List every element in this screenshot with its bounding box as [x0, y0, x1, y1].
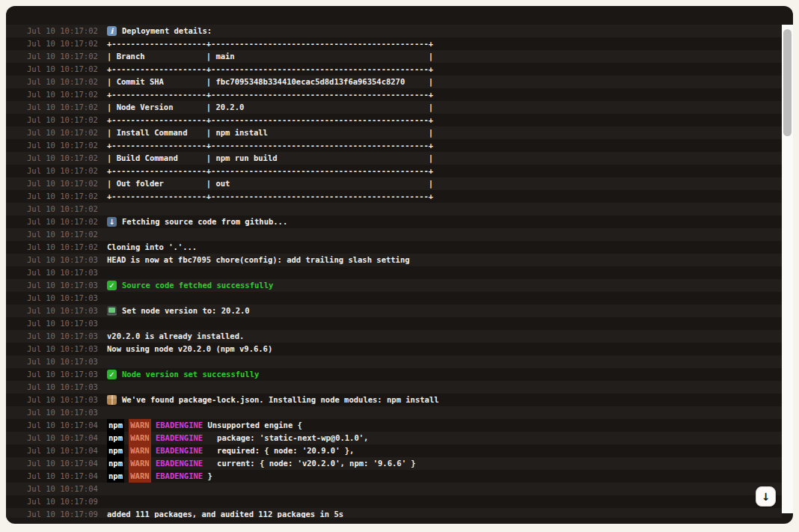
- log-text: Unsupported engine {: [203, 419, 302, 432]
- log-message: We've found package-lock.json. Installin…: [107, 394, 439, 406]
- log-message: +--------------------+------------------…: [107, 139, 433, 152]
- log-line: Jul 10 10:17:03: [6, 355, 782, 368]
- log-text: | Out folder | out |: [107, 177, 433, 190]
- log-line: Jul 10 10:17:03v20.2.0 is already instal…: [6, 330, 782, 343]
- npm-chip: npm: [107, 419, 124, 432]
- log-message: Cloning into '.'...: [107, 241, 197, 254]
- log-line: Jul 10 10:17:03HEAD is now at fbc7095 ch…: [6, 254, 782, 266]
- log-line: Jul 10 10:17:02Cloning into '.'...: [6, 241, 782, 254]
- log-text: +--------------------+------------------…: [107, 37, 433, 50]
- log-line: Jul 10 10:17:03✓Node version set success…: [6, 368, 782, 381]
- npm-chip: npm: [107, 470, 124, 483]
- log-line: Jul 10 10:17:03: [6, 406, 782, 419]
- log-line: Jul 10 10:17:02↓Fetching source code fro…: [6, 215, 782, 228]
- log-text: Source code fetched successfully: [122, 279, 273, 292]
- log-line: Jul 10 10:17:02| Out folder | out |: [6, 177, 782, 190]
- log-text: Deployment details:: [122, 25, 212, 37]
- npm-chip: npm: [107, 432, 124, 444]
- log-timestamp: Jul 10 10:17:02: [27, 101, 98, 114]
- log-message: ✓Node version set successfully: [107, 368, 259, 381]
- log-message: HEAD is now at fbc7095 chore(config): ad…: [107, 254, 410, 266]
- log-line: Jul 10 10:17:02| Node Version | 20.2.0 |: [6, 101, 782, 114]
- log-text: added 111 packages, and audited 112 pack…: [107, 508, 343, 518]
- log-timestamp: Jul 10 10:17:09: [27, 508, 98, 518]
- log-timestamp: Jul 10 10:17:02: [27, 228, 98, 241]
- log-text: | Branch | main |: [107, 50, 433, 63]
- log-line: Jul 10 10:17:04npm WARN EBADENGINE }: [6, 470, 782, 483]
- log-lines[interactable]: Jul 10 10:17:02iDeployment details:Jul 1…: [6, 25, 782, 518]
- scrollbar-thumb[interactable]: [783, 29, 792, 136]
- log-timestamp: Jul 10 10:17:02: [27, 177, 98, 190]
- log-line: Jul 10 10:17:02| Build Command | npm run…: [6, 152, 782, 165]
- log-message: +--------------------+------------------…: [107, 88, 433, 101]
- log-message: +--------------------+------------------…: [107, 37, 433, 50]
- package-icon: [107, 395, 117, 405]
- log-text: v20.2.0 is already installed.: [107, 330, 244, 343]
- log-line: Jul 10 10:17:03We've found package-lock.…: [6, 394, 782, 406]
- error-code: EBADENGINE: [156, 470, 203, 483]
- log-message: | Install Command | npm install |: [107, 126, 433, 139]
- log-line: Jul 10 10:17:02+--------------------+---…: [6, 88, 782, 101]
- log-text: Set node version to: 20.2.0: [122, 305, 250, 317]
- log-message: npm WARN EBADENGINE Unsupported engine {: [107, 419, 302, 432]
- log-text: package: 'static-next-wp@0.1.0',: [203, 432, 368, 444]
- log-line: Jul 10 10:17:03Set node version to: 20.2…: [6, 305, 782, 317]
- log-timestamp: Jul 10 10:17:04: [27, 444, 98, 457]
- info-icon: i: [107, 26, 117, 36]
- log-message: ↓Fetching source code from github...: [107, 215, 287, 228]
- npm-chip: npm: [107, 457, 124, 470]
- log-text: Fetching source code from github...: [122, 215, 287, 228]
- log-timestamp: Jul 10 10:17:02: [27, 241, 98, 254]
- warn-badge: WARN: [129, 419, 150, 432]
- log-line: Jul 10 10:17:03: [6, 317, 782, 330]
- log-text: | Build Command | npm run build |: [107, 152, 433, 165]
- log-timestamp: Jul 10 10:17:03: [27, 406, 98, 419]
- log-timestamp: Jul 10 10:17:02: [27, 203, 98, 215]
- log-timestamp: Jul 10 10:17:03: [27, 343, 98, 355]
- error-code: EBADENGINE: [156, 444, 203, 457]
- scrollbar-track[interactable]: [782, 25, 793, 513]
- log-timestamp: Jul 10 10:17:03: [27, 330, 98, 343]
- log-text: We've found package-lock.json. Installin…: [122, 394, 439, 406]
- log-timestamp: Jul 10 10:17:09: [27, 495, 98, 508]
- log-timestamp: Jul 10 10:17:03: [27, 368, 98, 381]
- log-text: HEAD is now at fbc7095 chore(config): ad…: [107, 254, 410, 266]
- log-line: Jul 10 10:17:02: [6, 228, 782, 241]
- log-message: npm WARN EBADENGINE required: { node: '2…: [107, 444, 354, 457]
- log-line: Jul 10 10:17:03✓Source code fetched succ…: [6, 279, 782, 292]
- warn-badge: WARN: [129, 444, 150, 457]
- log-line: Jul 10 10:17:03Now using node v20.2.0 (n…: [6, 343, 782, 355]
- log-timestamp: Jul 10 10:17:03: [27, 355, 98, 368]
- log-line: Jul 10 10:17:09: [6, 495, 782, 508]
- log-message: | Branch | main |: [107, 50, 433, 63]
- log-text: }: [203, 470, 212, 483]
- log-timestamp: Jul 10 10:17:04: [27, 432, 98, 444]
- log-line: Jul 10 10:17:02+--------------------+---…: [6, 165, 782, 177]
- log-timestamp: Jul 10 10:17:02: [27, 139, 98, 152]
- log-timestamp: Jul 10 10:17:03: [27, 305, 98, 317]
- log-text: +--------------------+------------------…: [107, 139, 433, 152]
- log-message: Now using node v20.2.0 (npm v9.6.6): [107, 343, 272, 355]
- error-code: EBADENGINE: [156, 419, 203, 432]
- warn-badge: WARN: [129, 457, 150, 470]
- log-line: Jul 10 10:17:03: [6, 292, 782, 305]
- log-line: Jul 10 10:17:04npm WARN EBADENGINE Unsup…: [6, 419, 782, 432]
- log-line: Jul 10 10:17:02+--------------------+---…: [6, 190, 782, 203]
- log-message: +--------------------+------------------…: [107, 190, 433, 203]
- scroll-to-bottom-button[interactable]: ↓: [756, 486, 776, 507]
- log-line: Jul 10 10:17:02+--------------------+---…: [6, 37, 782, 50]
- log-text: | Node Version | 20.2.0 |: [107, 101, 433, 114]
- log-timestamp: Jul 10 10:17:03: [27, 266, 98, 279]
- log-message: | Commit SHA | fbc7095348b334410ecac5d8d…: [107, 76, 433, 88]
- log-text: +--------------------+------------------…: [107, 165, 433, 177]
- log-text: Node version set successfully: [122, 368, 259, 381]
- log-timestamp: Jul 10 10:17:04: [27, 419, 98, 432]
- log-timestamp: Jul 10 10:17:04: [27, 457, 98, 470]
- log-text: Now using node v20.2.0 (npm v9.6.6): [107, 343, 272, 355]
- log-line: Jul 10 10:17:04npm WARN EBADENGINE packa…: [6, 432, 782, 444]
- log-message: iDeployment details:: [107, 25, 212, 37]
- check-icon: ✓: [107, 370, 117, 379]
- log-timestamp: Jul 10 10:17:02: [27, 126, 98, 139]
- log-timestamp: Jul 10 10:17:02: [27, 37, 98, 50]
- laptop-icon: [107, 306, 117, 316]
